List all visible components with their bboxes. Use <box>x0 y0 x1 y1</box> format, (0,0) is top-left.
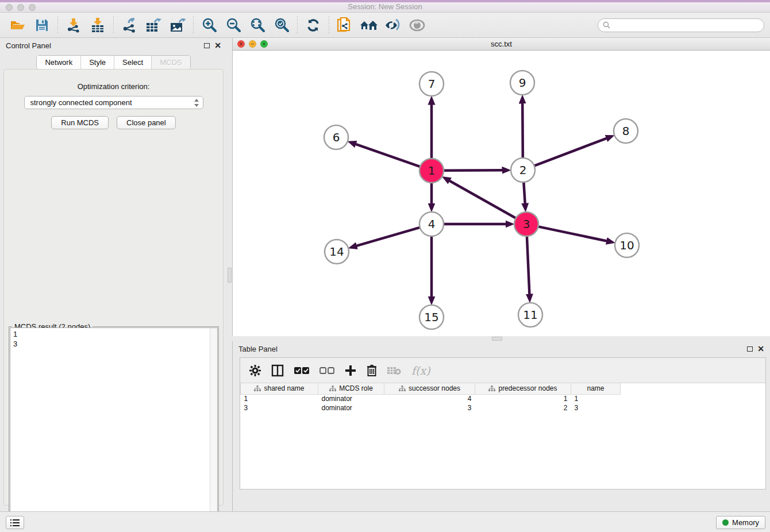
close-panel-icon[interactable]: ✕ <box>214 43 221 48</box>
graph-node-6[interactable]: 6 <box>324 125 348 149</box>
create-column-button[interactable] <box>345 365 356 376</box>
table-cell[interactable]: dominator <box>318 394 384 403</box>
gear-icon <box>249 365 261 376</box>
table-cell[interactable]: dominator <box>318 403 384 413</box>
export-image-button[interactable] <box>165 15 190 36</box>
function-builder-button[interactable]: f(x) <box>411 364 430 377</box>
splitter-grip[interactable] <box>492 337 502 341</box>
result-scrollbar[interactable] <box>210 328 217 532</box>
zoom-out-button[interactable] <box>221 15 245 36</box>
graph-node-4[interactable]: 4 <box>419 212 444 236</box>
edge-1-6[interactable] <box>356 144 420 167</box>
vertical-splitter[interactable] <box>227 38 232 511</box>
edge-1-2[interactable] <box>444 170 502 171</box>
mcds-panel: Optimization criterion: strongly connect… <box>3 69 224 506</box>
table-settings-button[interactable] <box>249 365 261 376</box>
main-toolbar <box>0 13 770 38</box>
tab-network[interactable]: Network <box>37 56 81 69</box>
tab-style[interactable]: Style <box>81 56 114 69</box>
refresh-button[interactable] <box>301 15 325 36</box>
network-close-button[interactable]: × <box>237 40 245 48</box>
table-cell[interactable]: 2 <box>475 403 571 413</box>
graph-node-9[interactable]: 9 <box>510 71 534 95</box>
column-chooser-button[interactable] <box>271 364 284 377</box>
open-session-button[interactable] <box>6 15 30 36</box>
export-network-icon <box>122 18 137 33</box>
table-row[interactable]: 1dominator411 <box>241 394 621 403</box>
graph-node-14[interactable]: 14 <box>325 240 349 264</box>
style-vizmapper-button[interactable] <box>381 15 405 36</box>
zoom-fit-button[interactable] <box>245 15 270 36</box>
table-cell[interactable]: 3 <box>384 403 475 413</box>
table-cell[interactable]: 3 <box>571 403 621 413</box>
edge-2-3[interactable] <box>523 182 525 203</box>
graph-node-1[interactable]: 1 <box>419 159 444 183</box>
graph-node-3[interactable]: 3 <box>514 212 538 236</box>
table-row[interactable]: 3dominator323 <box>241 403 621 413</box>
horizontal-splitter[interactable] <box>232 336 770 341</box>
table-panel-title: Table Panel <box>238 345 278 353</box>
import-network-button[interactable] <box>61 15 86 36</box>
column-header-successor-nodes[interactable]: successor nodes <box>384 383 475 394</box>
deselect-all-columns-button[interactable] <box>319 367 334 375</box>
search-input[interactable] <box>613 21 759 29</box>
hide-panel-button[interactable] <box>405 15 429 36</box>
mcds-result-text[interactable]: 1 3 <box>10 327 218 532</box>
graph-node-15[interactable]: 15 <box>419 305 444 329</box>
float-panel-icon[interactable] <box>204 43 210 48</box>
zoom-in-button[interactable] <box>197 15 221 36</box>
layout-button[interactable] <box>357 15 381 36</box>
edge-2-8[interactable] <box>534 138 607 166</box>
network-window-titlebar[interactable]: × − + scc.txt <box>233 38 770 51</box>
zoom-selected-button[interactable] <box>270 15 294 36</box>
task-history-button[interactable] <box>6 516 24 529</box>
import-table-button[interactable] <box>86 15 110 36</box>
run-mcds-button[interactable]: Run MCDS <box>51 116 109 129</box>
duplicate-network-button[interactable] <box>333 15 357 36</box>
table-cell[interactable]: 4 <box>384 394 475 403</box>
tab-select[interactable]: Select <box>114 56 152 69</box>
table-cell[interactable]: 1 <box>571 394 621 403</box>
network-maximize-button[interactable]: + <box>260 40 268 48</box>
toolbar-search[interactable] <box>598 18 764 32</box>
export-table-button[interactable] <box>141 15 165 36</box>
app-titlebar: Session: New Session <box>0 0 770 13</box>
table-cell[interactable]: 1 <box>241 394 318 403</box>
delete-column-button[interactable] <box>367 364 377 376</box>
graph-node-11[interactable]: 11 <box>518 303 542 327</box>
table-cell[interactable]: 1 <box>475 394 571 403</box>
column-header-name[interactable]: name <box>571 383 621 394</box>
edge-3-1[interactable] <box>449 181 515 218</box>
network-canvas[interactable]: 1234678910111415 <box>233 51 770 336</box>
graph-node-8[interactable]: 8 <box>614 119 638 143</box>
node-label: 11 <box>523 308 537 322</box>
column-header-MCDS-role[interactable]: MCDS role <box>318 383 384 394</box>
graph-node-7[interactable]: 7 <box>419 72 444 96</box>
column-header-shared-name[interactable]: shared name <box>241 383 318 394</box>
network-graph[interactable]: 1234678910111415 <box>233 51 770 336</box>
edge-4-14[interactable] <box>357 228 420 246</box>
table-cell[interactable]: 3 <box>241 403 318 413</box>
tab-mcds[interactable]: MCDS <box>152 56 190 69</box>
float-panel-icon[interactable] <box>747 346 753 352</box>
edge-3-10[interactable] <box>538 226 607 241</box>
column-header-predecessor-nodes[interactable]: predecessor nodes <box>475 383 571 394</box>
optimization-criterion-select[interactable]: strongly connected component <box>24 96 203 109</box>
edge-3-11[interactable] <box>527 236 529 294</box>
select-all-columns-button[interactable] <box>294 367 309 375</box>
close-panel-icon[interactable]: ✕ <box>757 346 764 352</box>
mcds-result-group: MCDS result (2 nodes) 1 3 <box>9 322 219 532</box>
node-label: 15 <box>424 310 438 324</box>
save-session-button[interactable] <box>30 15 54 36</box>
graph-node-10[interactable]: 10 <box>615 233 639 257</box>
memory-button[interactable]: Memory <box>716 516 765 529</box>
export-network-button[interactable] <box>117 15 141 36</box>
delete-table-button[interactable] <box>387 366 401 375</box>
graph-node-2[interactable]: 2 <box>511 158 535 182</box>
splitter-grip[interactable] <box>228 268 232 283</box>
network-minimize-button[interactable]: − <box>249 40 256 48</box>
close-panel-button[interactable]: Close panel <box>117 116 176 129</box>
toolbar-separator <box>57 16 58 34</box>
edge-2-9[interactable] <box>522 103 523 158</box>
export-image-icon <box>170 18 186 33</box>
